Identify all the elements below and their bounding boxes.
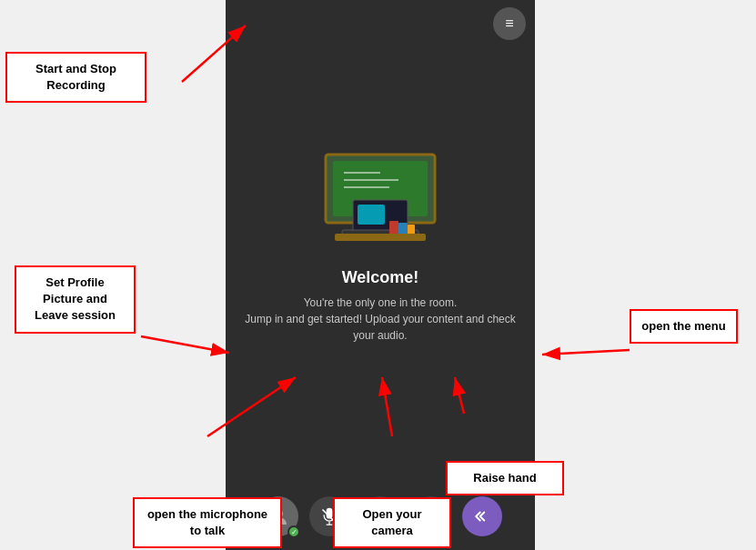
panel-toggle-button[interactable] [462, 496, 502, 536]
svg-rect-8 [335, 234, 426, 241]
annotation-microphone: open the microphone to talk [133, 497, 282, 548]
annotation-raise-hand: Raise hand [446, 461, 564, 495]
annotation-camera: Open your camera [333, 497, 451, 548]
status-check-icon: ✓ [287, 525, 300, 538]
welcome-subtitle: You're the only one in the room. Jump in… [244, 295, 517, 344]
svg-line-24 [542, 350, 630, 355]
welcome-title: Welcome! [244, 268, 517, 287]
annotation-recording: Start and Stop Recording [5, 52, 146, 103]
classroom-illustration [307, 150, 453, 268]
welcome-area: Welcome! You're the only one in the room… [226, 11, 535, 483]
svg-rect-7 [358, 205, 385, 225]
annotation-profile-leave: Set Profile Picture and Leave session [15, 265, 136, 334]
annotation-menu: open the menu [630, 309, 738, 344]
svg-line-20 [141, 336, 229, 353]
welcome-text-block: Welcome! You're the only one in the room… [244, 268, 517, 344]
